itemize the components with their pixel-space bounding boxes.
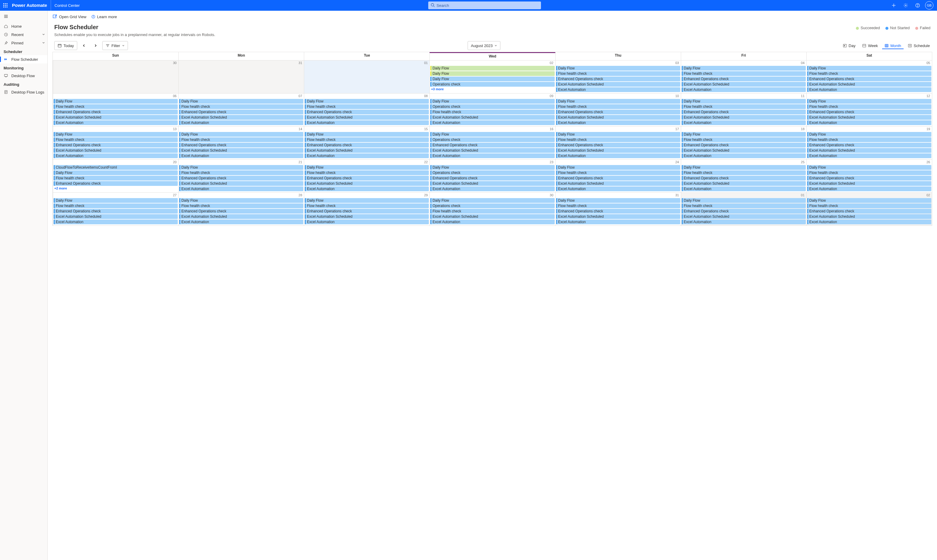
calendar-event[interactable]: Daily Flow (682, 132, 806, 137)
calendar-event[interactable]: Flow health check (179, 203, 303, 208)
calendar-event[interactable]: Excel Automation (54, 154, 178, 158)
calendar-event[interactable]: Flow health check (54, 176, 178, 180)
calendar-event[interactable]: Daily Flow (179, 165, 303, 170)
calendar-event[interactable]: Flow health check (179, 137, 303, 142)
calendar-event[interactable]: Excel Automation (807, 120, 931, 125)
calendar-event[interactable]: Daily Flow (54, 99, 178, 104)
calendar-event[interactable]: Flow health check (682, 203, 806, 208)
calendar-event[interactable]: Daily Flow (556, 132, 680, 137)
calendar-cell[interactable]: 21Daily FlowFlow health checkEnhanced Op… (178, 159, 304, 192)
calendar-event[interactable]: Daily Flow (556, 165, 680, 170)
calendar-event[interactable]: Excel Automation Scheduled (682, 214, 806, 219)
sidebar-item-home[interactable]: Home (0, 22, 48, 31)
calendar-event[interactable]: Enhanced Operations check (305, 109, 429, 114)
calendar-event[interactable]: Operations check (430, 171, 554, 175)
calendar-event[interactable]: Enhanced Operations check (682, 109, 806, 114)
avatar[interactable]: GB (925, 1, 934, 9)
calendar-event[interactable]: Excel Automation Scheduled (305, 181, 429, 186)
calendar-event[interactable]: Excel Automation Scheduled (807, 82, 931, 87)
calendar-event[interactable]: Enhanced Operations check (682, 176, 806, 180)
calendar-event[interactable]: Excel Automation (305, 220, 429, 224)
calendar-event[interactable]: Enhanced Operations check (54, 143, 178, 148)
calendar-event[interactable]: Daily Flow (430, 99, 554, 104)
calendar-event[interactable]: Daily Flow (179, 132, 303, 137)
calendar-event[interactable]: Flow health check (556, 203, 680, 208)
view-tab-month[interactable]: Month (882, 42, 904, 49)
calendar-cell[interactable]: 24Daily FlowFlow health checkEnhanced Op… (555, 159, 681, 192)
add-icon[interactable] (889, 1, 898, 10)
calendar-cell[interactable]: 07Daily FlowFlow health checkEnhanced Op… (178, 93, 304, 126)
calendar-event[interactable]: Daily Flow (807, 165, 931, 170)
calendar-event[interactable]: Flow health check (430, 209, 554, 214)
calendar-event[interactable]: Excel Automation (305, 186, 429, 191)
calendar-event[interactable]: Excel Automation (430, 186, 554, 191)
brand-title[interactable]: Power Automate (11, 0, 51, 11)
calendar-event[interactable]: Flow health check (305, 104, 429, 109)
calendar-event[interactable]: Excel Automation (556, 87, 680, 92)
calendar-event[interactable]: Excel Automation Scheduled (54, 115, 178, 120)
calendar-cell[interactable]: 31Daily FlowFlow health checkEnhanced Op… (555, 192, 681, 226)
calendar-event[interactable]: Excel Automation (682, 220, 806, 224)
calendar-event[interactable]: Enhanced Operations check (305, 143, 429, 148)
calendar-event[interactable]: Daily Flow (807, 198, 931, 203)
more-events-link[interactable]: +2 more (54, 186, 178, 190)
calendar-event[interactable]: Daily Flow (556, 99, 680, 104)
calendar-event[interactable]: Flow health check (807, 71, 931, 76)
calendar-event[interactable]: Enhanced Operations check (556, 209, 680, 214)
calendar-cell[interactable]: 01Daily FlowFlow health checkEnhanced Op… (681, 192, 806, 226)
calendar-event[interactable]: Daily Flow (430, 71, 554, 76)
app-launcher-icon[interactable] (0, 0, 11, 11)
calendar-event[interactable]: Enhanced Operations check (179, 143, 303, 148)
calendar-cell[interactable]: 22Daily FlowFlow health checkEnhanced Op… (304, 159, 429, 192)
calendar-event[interactable]: Excel Automation (54, 120, 178, 125)
calendar-event[interactable]: Daily Flow (305, 132, 429, 137)
month-selector[interactable]: August 2023 (468, 41, 500, 50)
calendar-event[interactable]: Flow health check (305, 171, 429, 175)
learn-more-link[interactable]: Learn more (91, 15, 117, 19)
calendar-event[interactable]: Enhanced Operations check (807, 176, 931, 180)
calendar-event[interactable]: Flow health check (807, 171, 931, 175)
calendar-event[interactable]: Flow health check (54, 203, 178, 208)
help-icon[interactable] (913, 1, 922, 10)
calendar-event[interactable]: Daily Flow (807, 132, 931, 137)
calendar-event[interactable]: Flow health check (556, 171, 680, 175)
calendar-event[interactable]: Enhanced Operations check (807, 209, 931, 214)
calendar-event[interactable]: Daily Flow (430, 66, 554, 71)
calendar-event[interactable]: Excel Automation Scheduled (556, 181, 680, 186)
calendar-event[interactable]: Flow health check (807, 203, 931, 208)
calendar-cell[interactable]: 27Daily FlowFlow health checkEnhanced Op… (53, 192, 178, 226)
calendar-event[interactable]: Excel Automation Scheduled (682, 82, 806, 87)
calendar-cell[interactable]: 01 (304, 60, 429, 93)
calendar-event[interactable]: Excel Automation (54, 220, 178, 224)
calendar-event[interactable]: Excel Automation (556, 154, 680, 158)
calendar-event[interactable]: Daily Flow (430, 132, 554, 137)
calendar-cell[interactable]: 25Daily FlowFlow health checkEnhanced Op… (681, 159, 806, 192)
calendar-event[interactable]: Daily Flow (54, 198, 178, 203)
calendar-event[interactable]: Daily Flow (179, 99, 303, 104)
calendar-event[interactable]: Enhanced Operations check (556, 143, 680, 148)
calendar-event[interactable]: Flow health check (54, 104, 178, 109)
calendar-event[interactable]: Enhanced Operations check (179, 209, 303, 214)
calendar-cell[interactable]: 09Daily FlowOperations checkFlow health … (429, 93, 555, 126)
calendar-event[interactable]: Daily Flow (556, 198, 680, 203)
calendar-event[interactable]: Operations check (430, 203, 554, 208)
calendar-event[interactable]: CloudFlowToReceiveItemsCountFromI (54, 165, 178, 170)
prev-button[interactable] (80, 41, 89, 50)
calendar-event[interactable]: Excel Automation Scheduled (682, 115, 806, 120)
more-events-link[interactable]: +3 more (430, 87, 554, 91)
calendar-event[interactable]: Operations check (430, 137, 554, 142)
calendar-event[interactable]: Flow health check (54, 137, 178, 142)
calendar-event[interactable]: Enhanced Operations check (54, 109, 178, 114)
calendar-event[interactable]: Operations check (430, 104, 554, 109)
calendar-event[interactable]: Enhanced Operations check (430, 143, 554, 148)
sub-brand[interactable]: Control Center (51, 3, 80, 8)
calendar-event[interactable]: Excel Automation Scheduled (179, 214, 303, 219)
calendar-event[interactable]: Enhanced Operations check (305, 209, 429, 214)
calendar-event[interactable]: Excel Automation (556, 186, 680, 191)
calendar-cell[interactable]: 20CloudFlowToReceiveItemsCountFromIDaily… (53, 159, 178, 192)
calendar-event[interactable]: Excel Automation Scheduled (682, 181, 806, 186)
calendar-event[interactable]: Excel Automation Scheduled (807, 115, 931, 120)
calendar-event[interactable]: Enhanced Operations check (807, 77, 931, 81)
calendar-event[interactable]: Flow health check (305, 203, 429, 208)
calendar-event[interactable]: Excel Automation (556, 220, 680, 224)
